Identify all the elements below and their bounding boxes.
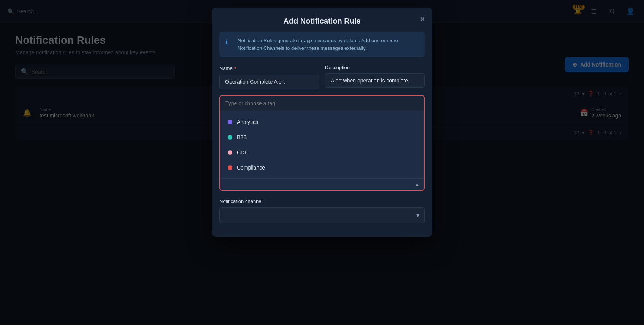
name-field-group: Name • [219,65,319,89]
b2b-dot [228,135,232,140]
description-field-group: Description [325,65,425,89]
channel-select[interactable] [219,207,425,223]
tag-item-compliance[interactable]: Compliance [220,160,424,175]
scroll-up-arrow[interactable]: ▲ [415,182,419,187]
cde-dot [228,150,232,155]
tag-list: Analytics B2B CDE Compliance [220,111,424,178]
name-description-row: Name • Description [219,65,425,89]
modal-header: Add Notification Rule × [212,8,432,32]
name-label: Name • [219,65,319,71]
tag-dropdown-wrapper: Analytics B2B CDE Compliance [219,95,425,191]
modal-close-button[interactable]: × [420,15,425,23]
tag-label-b2b: B2B [237,134,247,140]
tag-label-analytics: Analytics [237,119,258,125]
name-input[interactable] [219,75,319,89]
description-label: Description [325,65,425,70]
tag-label-cde: CDE [237,149,248,155]
channel-label: Notification channel [219,198,425,204]
analytics-dot [228,120,232,124]
modal-body: Name • Description [212,65,432,237]
info-text: Notification Rules generate in-app messa… [238,37,419,52]
channel-select-wrapper: ▾ [219,207,425,223]
description-input[interactable] [325,73,425,88]
info-icon: ℹ [225,37,233,48]
modal-title: Add Notification Rule [283,17,360,25]
tag-item-analytics[interactable]: Analytics [220,114,424,130]
background-page: 🔍 Search... 🔔 1167 ☰ ⚙ 👤 Notification Ru… [0,0,644,325]
notification-channel-section: Notification channel ▾ [219,198,425,223]
tag-item-cde[interactable]: CDE [220,145,424,160]
compliance-dot [228,165,232,170]
tag-search-input[interactable] [220,96,424,111]
tag-item-b2b[interactable]: B2B [220,130,424,145]
modal-overlay: Add Notification Rule × ℹ Notification R… [0,0,644,325]
required-indicator: • [234,65,236,71]
tag-label-compliance: Compliance [237,165,265,171]
modal-info-banner: ℹ Notification Rules generate in-app mes… [219,32,425,57]
tag-scroll-indicator: ▲ [220,178,424,190]
add-notification-modal: Add Notification Rule × ℹ Notification R… [212,8,432,237]
